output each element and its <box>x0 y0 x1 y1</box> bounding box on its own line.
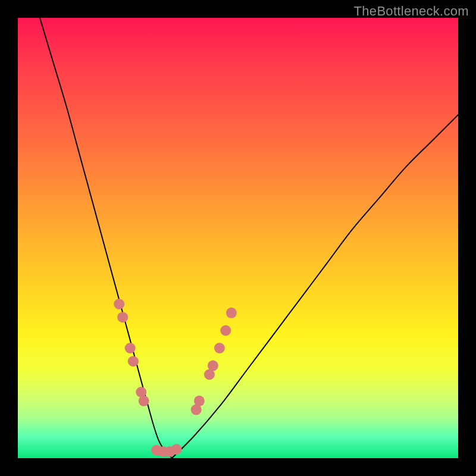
data-marker <box>208 361 218 371</box>
data-marker <box>117 312 128 322</box>
plot-area <box>18 18 458 458</box>
curve-layer <box>18 18 458 458</box>
marker-group <box>114 299 237 457</box>
data-marker <box>226 308 237 318</box>
data-marker <box>114 299 124 309</box>
data-marker <box>214 343 225 353</box>
data-marker <box>171 444 181 455</box>
curve-right <box>172 115 458 458</box>
chart-frame: TheBottleneck.com <box>0 0 476 476</box>
curve-left <box>40 18 172 458</box>
data-marker <box>125 343 136 353</box>
data-marker <box>194 396 205 406</box>
data-marker <box>220 325 231 336</box>
data-marker <box>139 396 149 406</box>
watermark-text: TheBottleneck.com <box>354 4 469 19</box>
data-marker <box>128 356 139 367</box>
